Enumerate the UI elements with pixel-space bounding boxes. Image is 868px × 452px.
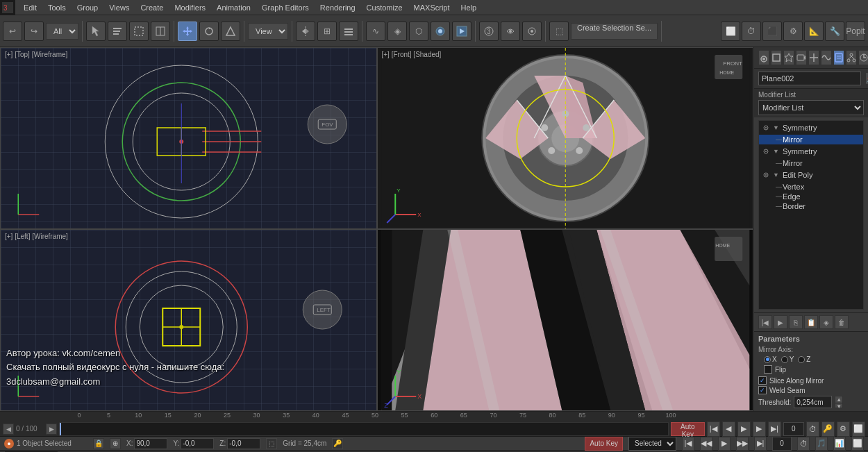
extra-play-button[interactable]: ⬜: [852, 421, 865, 437]
status-icon-2[interactable]: 📊: [833, 437, 846, 451]
expand-editpoly[interactable]: ▼: [773, 171, 780, 178]
prev-key-button[interactable]: ◀: [722, 421, 735, 437]
pin-button[interactable]: 📌: [865, 72, 868, 85]
material-editor-button[interactable]: ⬡: [409, 22, 428, 41]
nav-paste-button[interactable]: 📋: [804, 315, 818, 329]
axis-x-radio[interactable]: X: [764, 355, 777, 363]
menu-create[interactable]: Create: [135, 2, 169, 13]
namedsel-button[interactable]: ⬚: [549, 22, 569, 41]
status-icon-1[interactable]: 🎵: [815, 437, 828, 451]
menu-edit[interactable]: Edit: [18, 2, 42, 13]
expand-sym1[interactable]: ▼: [773, 124, 780, 131]
modifier-vertex[interactable]: — Vertex: [759, 182, 863, 192]
motion-button[interactable]: [858, 50, 868, 65]
modifier-edge[interactable]: — Edge: [759, 192, 863, 201]
select-object-button[interactable]: [86, 22, 106, 41]
viewport-front[interactable]: [+] [Front] [Shaded]: [377, 47, 754, 229]
align-button[interactable]: ⊞: [317, 22, 337, 41]
y-input[interactable]: [181, 438, 214, 449]
z-input[interactable]: [227, 438, 260, 449]
selection-filter-dropdown[interactable]: All: [46, 23, 78, 40]
spacewarps-button[interactable]: [821, 50, 832, 65]
menu-modifiers[interactable]: Modifiers: [169, 2, 211, 13]
absolute-mode-button[interactable]: ⬚: [266, 438, 277, 449]
weld-seam-checkbox[interactable]: [758, 386, 767, 394]
popit-button[interactable]: Popit: [846, 22, 865, 41]
cameras-button[interactable]: [796, 50, 807, 65]
viewport-perspective[interactable]: X Y Z HOME: [377, 229, 754, 411]
render-scene-button[interactable]: [431, 22, 450, 41]
extra3-button[interactable]: 🔧: [825, 22, 844, 41]
nav-prev-button[interactable]: |◀: [758, 315, 772, 329]
extra1-button[interactable]: ⚙: [783, 22, 803, 41]
key-mode-button[interactable]: 🔑: [821, 421, 835, 437]
status-icon-3[interactable]: ⬜: [851, 437, 864, 451]
select-rotate-button[interactable]: [199, 22, 219, 41]
nav-delete-button[interactable]: 🗑: [835, 315, 849, 329]
undo-button[interactable]: ↩: [3, 22, 22, 41]
modifier-editpoly[interactable]: ▼ Edit Poly: [759, 168, 863, 182]
status-next[interactable]: ▶▶: [736, 437, 749, 451]
hierarchy-button[interactable]: [846, 50, 857, 65]
lock-icon[interactable]: 🔒: [93, 438, 104, 449]
time-config-button[interactable]: ⏱: [742, 22, 761, 41]
viewport-left[interactable]: [+] [Left] [Wireframe] LEFT: [0, 229, 377, 411]
autokey-indicator[interactable]: ⬜: [721, 22, 740, 41]
menu-views[interactable]: Views: [103, 2, 135, 13]
selected-dropdown[interactable]: Selected: [628, 437, 676, 451]
modifier-symmetry-1[interactable]: ▼ Symmetry: [759, 121, 863, 135]
slice-along-mirror-row[interactable]: Slice Along Mirror: [758, 376, 864, 385]
viewport-top[interactable]: [+] [Top] [Wireframe]: [0, 47, 377, 229]
helpers-button[interactable]: [808, 50, 819, 65]
status-go-start[interactable]: |◀: [682, 437, 694, 451]
quick-render-button[interactable]: [452, 22, 471, 41]
modifier-mirror-2[interactable]: — Mirror: [759, 158, 863, 168]
select-move-button[interactable]: [178, 22, 197, 41]
expand-sym2[interactable]: ▼: [773, 148, 780, 155]
go-start-button[interactable]: |◀: [707, 421, 720, 437]
num2-button[interactable]: [501, 22, 520, 41]
menu-animation[interactable]: Animation: [211, 2, 256, 13]
menu-tools[interactable]: Tools: [42, 2, 72, 13]
flip-checkbox[interactable]: [764, 365, 772, 374]
status-go-end[interactable]: ▶|: [754, 437, 767, 451]
menu-maxscript[interactable]: MAXScript: [408, 2, 456, 13]
select-by-name-button[interactable]: [108, 22, 127, 41]
slice-along-mirror-checkbox[interactable]: [758, 376, 767, 385]
eye-icon-sym1[interactable]: [762, 124, 770, 132]
object-name-input[interactable]: [758, 72, 861, 85]
axis-y-radio[interactable]: Y: [781, 355, 794, 363]
menu-rendering[interactable]: Rendering: [315, 2, 361, 13]
eye-icon-sym2[interactable]: [762, 147, 770, 156]
threshold-input[interactable]: [794, 396, 832, 408]
auto-key-button[interactable]: Auto Key: [671, 422, 705, 436]
modifier-list-dropdown[interactable]: Modifier List: [758, 100, 864, 115]
x-input[interactable]: [134, 438, 167, 449]
status-frame-input[interactable]: [772, 437, 792, 451]
expand-mirror1[interactable]: —: [776, 136, 783, 143]
reference-coord-dropdown[interactable]: View: [248, 23, 288, 40]
menu-help[interactable]: Help: [456, 2, 483, 13]
extra2-button[interactable]: 📐: [804, 22, 824, 41]
rectangular-selection-button[interactable]: [129, 22, 149, 41]
time-config-2-button[interactable]: ⏱: [806, 421, 819, 437]
auto-key-button-2[interactable]: Auto Key: [585, 437, 623, 451]
snap-button[interactable]: [522, 22, 542, 41]
geometry-button[interactable]: [758, 50, 769, 65]
shapes-button[interactable]: [771, 50, 782, 65]
axis-z-radio[interactable]: Z: [798, 355, 810, 363]
play-button[interactable]: ▶: [737, 421, 751, 437]
select-scale-button[interactable]: [221, 22, 240, 41]
weld-seam-row[interactable]: Weld Seam: [758, 386, 864, 394]
redo-button[interactable]: ↪: [24, 22, 44, 41]
go-end-button[interactable]: ▶|: [768, 421, 781, 437]
nav-copy-button[interactable]: ⎘: [789, 315, 803, 329]
menu-customize[interactable]: Customize: [361, 2, 408, 13]
lock-button[interactable]: 🔑: [332, 438, 343, 449]
eye-icon-editpoly[interactable]: [762, 171, 770, 179]
threshold-spinner[interactable]: ▲ ▼: [835, 396, 843, 408]
nav-modifier-type-button[interactable]: ▶: [774, 315, 787, 329]
timeline-track[interactable]: [59, 422, 669, 436]
menu-group[interactable]: Group: [72, 2, 104, 13]
modifier-panel-button[interactable]: [833, 50, 844, 65]
